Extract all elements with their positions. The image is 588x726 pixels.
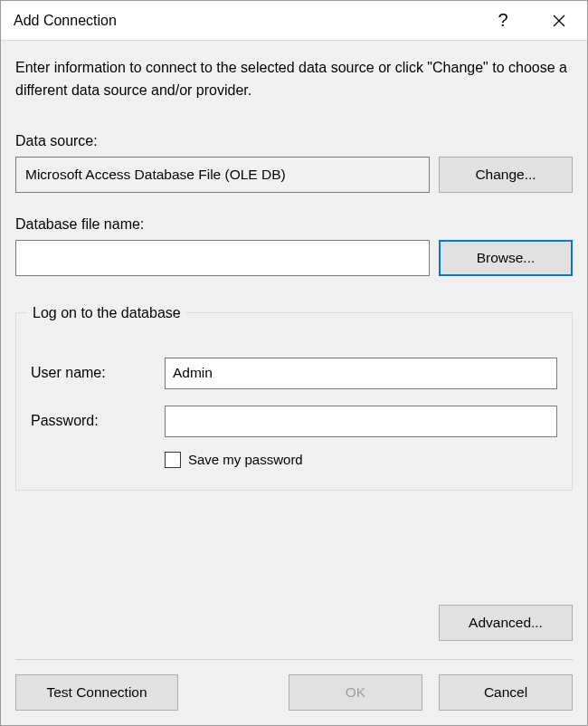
- change-button[interactable]: Change...: [439, 157, 573, 193]
- save-password-checkbox[interactable]: [165, 452, 181, 468]
- dialog-title: Add Connection: [14, 13, 475, 29]
- add-connection-dialog: Add Connection ? Enter information to co…: [0, 0, 588, 726]
- data-source-field: Microsoft Access Database File (OLE DB): [15, 157, 430, 193]
- password-input[interactable]: [165, 406, 557, 437]
- username-label: User name:: [31, 365, 165, 381]
- password-label: Password:: [31, 413, 165, 429]
- logon-group: Log on to the database User name: Passwo…: [15, 305, 573, 491]
- help-button[interactable]: ?: [475, 1, 531, 41]
- browse-button[interactable]: Browse...: [439, 240, 573, 276]
- help-icon: ?: [498, 10, 507, 31]
- advanced-button[interactable]: Advanced...: [439, 605, 573, 641]
- cancel-button[interactable]: Cancel: [439, 674, 573, 711]
- test-connection-button[interactable]: Test Connection: [15, 674, 178, 711]
- instructions-text: Enter information to connect to the sele…: [15, 57, 573, 102]
- titlebar: Add Connection ?: [1, 1, 587, 41]
- ok-button[interactable]: OK: [289, 674, 422, 711]
- close-button[interactable]: [531, 1, 587, 41]
- db-file-field[interactable]: [15, 240, 430, 276]
- close-icon: [553, 14, 565, 27]
- separator: [15, 659, 573, 660]
- data-source-label: Data source:: [15, 133, 573, 149]
- username-input[interactable]: [165, 358, 557, 389]
- data-source-value: Microsoft Access Database File (OLE DB): [25, 167, 286, 183]
- db-file-label: Database file name:: [15, 216, 573, 233]
- dialog-footer: Test Connection OK Cancel: [15, 674, 573, 711]
- save-password-label: Save my password: [188, 452, 303, 467]
- dialog-content: Enter information to connect to the sele…: [1, 41, 587, 725]
- logon-legend: Log on to the database: [27, 305, 186, 321]
